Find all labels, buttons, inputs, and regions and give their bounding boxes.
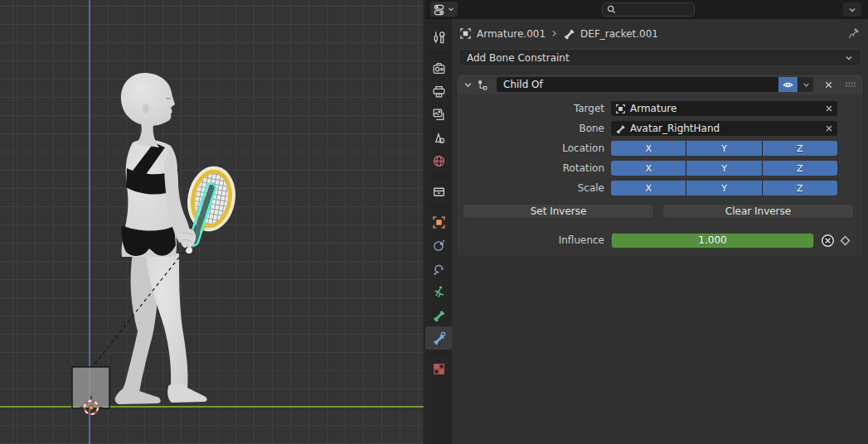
- constraint-panel-header[interactable]: Child Of: [457, 75, 863, 94]
- influence-label: Influence: [457, 234, 611, 246]
- constraint-delete-button[interactable]: [820, 80, 836, 89]
- set-inverse-button[interactable]: Set Inverse: [463, 204, 654, 219]
- object-constraints-clamp-icon: [432, 262, 446, 276]
- tab-output[interactable]: [425, 80, 452, 103]
- tab-object-data[interactable]: [425, 280, 452, 303]
- expand-chevron-icon[interactable]: [463, 80, 473, 89]
- properties-header: [425, 0, 868, 19]
- tab-separator: [428, 52, 449, 53]
- tab-separator: [428, 176, 449, 176]
- search-box[interactable]: [602, 2, 695, 17]
- rotation-y-toggle[interactable]: Y: [686, 161, 761, 176]
- tool-icon: [432, 31, 446, 45]
- render-camera-icon: [432, 61, 446, 75]
- tab-tool[interactable]: [425, 26, 452, 49]
- neck: [136, 123, 159, 147]
- target-box-object[interactable]: [72, 367, 109, 408]
- object-icon: [459, 27, 472, 40]
- bone-value: Avatar_RightHand: [630, 123, 821, 134]
- chevron-down-icon: [845, 54, 853, 62]
- location-z-toggle[interactable]: Z: [763, 141, 837, 156]
- search-input[interactable]: [619, 4, 686, 15]
- bone-label: Bone: [457, 123, 611, 134]
- tab-separator: [428, 353, 449, 354]
- influence-slider[interactable]: 1.000: [611, 233, 814, 249]
- constraint-name: Child Of: [503, 79, 543, 90]
- scene-icon: [432, 131, 446, 145]
- chevron-down-icon: [448, 6, 454, 12]
- tab-physics[interactable]: [425, 234, 452, 257]
- tab-texture[interactable]: [425, 357, 452, 380]
- blender-window: Armature.001 DEF_racket.001: [0, 0, 868, 444]
- location-y-toggle[interactable]: Y: [686, 141, 761, 156]
- clear-bone-icon[interactable]: [825, 124, 833, 133]
- bone-icon: [432, 308, 446, 322]
- breadcrumb-object[interactable]: Armature.001: [477, 28, 546, 40]
- tab-bone[interactable]: [425, 303, 452, 326]
- close-icon: [824, 80, 833, 89]
- output-printer-icon: [432, 84, 446, 99]
- constraint-visibility-toggle[interactable]: [778, 77, 798, 92]
- constraint-panel-child-of: Child Of: [457, 75, 863, 257]
- editor-type-button[interactable]: [430, 2, 458, 17]
- object-icon: [615, 104, 626, 114]
- chevron-down-icon: [803, 81, 810, 89]
- scene-graphics: [0, 0, 424, 444]
- bone-icon: [563, 27, 575, 40]
- breadcrumb-bone[interactable]: DEF_racket.001: [580, 28, 658, 40]
- constraint-name-field[interactable]: Child Of: [497, 77, 778, 92]
- properties-editor-icon: [434, 3, 446, 16]
- target-field[interactable]: Armature: [611, 101, 837, 116]
- tab-object-constraints[interactable]: [425, 257, 452, 280]
- tab-world[interactable]: [425, 149, 452, 172]
- rotation-axis-toggles: X Y Z: [611, 161, 837, 176]
- world-icon: [432, 154, 446, 168]
- animate-decorator-icon: [821, 234, 835, 248]
- pin-icon[interactable]: [847, 27, 860, 40]
- influence-value: 1.000: [698, 234, 726, 246]
- tab-view-layer[interactable]: [425, 103, 452, 126]
- properties-content: Armature.001 DEF_racket.001: [452, 19, 868, 444]
- eye-icon: [783, 80, 793, 90]
- properties-tab-bar: [425, 19, 452, 444]
- keyframe-diamond[interactable]: [840, 235, 851, 246]
- grip-dots-icon: [845, 81, 856, 88]
- breadcrumb: Armature.001 DEF_racket.001: [452, 19, 868, 48]
- scale-z-toggle[interactable]: Z: [763, 181, 837, 195]
- scale-x-toggle[interactable]: X: [611, 181, 686, 195]
- tab-render[interactable]: [425, 56, 452, 80]
- rotation-x-toggle[interactable]: X: [611, 161, 686, 176]
- tab-object[interactable]: [425, 210, 452, 234]
- location-x-toggle[interactable]: X: [611, 141, 686, 156]
- scale-y-toggle[interactable]: Y: [686, 181, 761, 195]
- rotation-z-toggle[interactable]: Z: [763, 161, 837, 176]
- bone-field[interactable]: Avatar_RightHand: [611, 121, 837, 136]
- influence-decorator[interactable]: [821, 234, 835, 248]
- physics-icon: [432, 239, 446, 253]
- tab-bone-constraints[interactable]: [425, 326, 452, 350]
- clear-target-icon[interactable]: [825, 104, 833, 113]
- 3d-viewport[interactable]: [0, 0, 424, 444]
- constraint-drag-handle[interactable]: [845, 81, 856, 88]
- tab-separator: [428, 206, 449, 207]
- object-icon: [432, 215, 446, 229]
- object-origin-dot: [89, 405, 93, 409]
- properties-editor: Armature.001 DEF_racket.001: [425, 0, 868, 444]
- chevron-right-icon: [550, 30, 558, 37]
- location-label: Location: [457, 142, 611, 154]
- armature-running-man-icon: [432, 285, 446, 299]
- add-bone-constraint-button[interactable]: Add Bone Constraint: [458, 49, 861, 66]
- tab-collection[interactable]: [425, 180, 452, 203]
- texture-checker-icon: [432, 362, 446, 376]
- clear-inverse-button[interactable]: Clear Inverse: [662, 204, 854, 219]
- chevron-down-icon: [848, 6, 856, 14]
- constraint-extras-dropdown[interactable]: [798, 77, 813, 92]
- location-axis-toggles: X Y Z: [611, 141, 837, 156]
- bone-icon: [615, 123, 626, 134]
- constraint-name-group: Child Of: [497, 77, 813, 92]
- header-options-button[interactable]: [843, 2, 861, 17]
- keyframe-diamond-icon: [840, 235, 851, 246]
- child-of-constraint-icon: [476, 79, 488, 91]
- rotation-label: Rotation: [457, 162, 611, 174]
- tab-scene[interactable]: [425, 126, 452, 149]
